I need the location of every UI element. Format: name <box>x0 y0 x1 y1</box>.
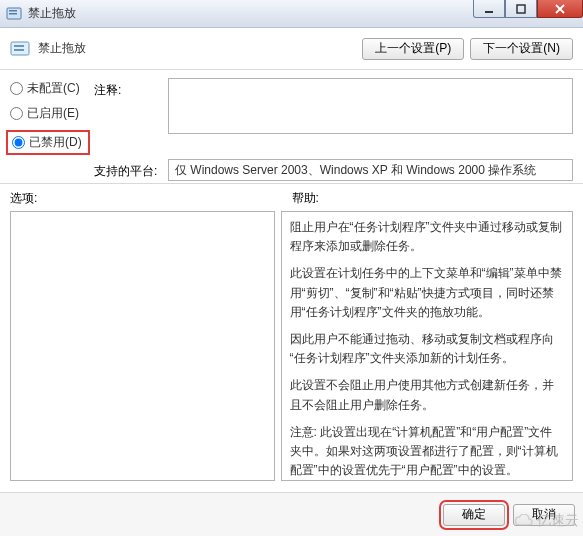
options-label: 选项: <box>10 190 292 207</box>
next-setting-button[interactable]: 下一个设置(N) <box>470 38 573 60</box>
page-title: 禁止拖放 <box>38 40 86 57</box>
minimize-button[interactable] <box>473 0 505 18</box>
help-paragraph: 此设置在计划任务中的上下文菜单和“编辑”菜单中禁用“剪切”、“复制”和“粘贴”快… <box>290 264 564 322</box>
maximize-button[interactable] <box>505 0 537 18</box>
comment-textarea[interactable] <box>168 78 573 134</box>
cancel-button[interactable]: 取消 <box>513 504 575 526</box>
state-radio-group: 未配置(C) 已启用(E) 已禁用(D) <box>10 78 90 155</box>
window-buttons <box>473 0 583 18</box>
radio-not-configured-label: 未配置(C) <box>27 80 80 97</box>
previous-setting-button[interactable]: 上一个设置(P) <box>362 38 464 60</box>
content-boxes: 阻止用户在“任务计划程序”文件夹中通过移动或复制程序来添加或删除任务。 此设置在… <box>0 211 583 481</box>
radio-disabled-label: 已禁用(D) <box>29 134 82 151</box>
supported-platform-text: 仅 Windows Server 2003、Windows XP 和 Windo… <box>175 162 536 179</box>
radio-enabled-label: 已启用(E) <box>27 105 79 122</box>
options-box[interactable] <box>10 211 275 481</box>
svg-rect-3 <box>485 11 493 13</box>
supported-platform-value: 仅 Windows Server 2003、Windows XP 和 Windo… <box>168 159 573 181</box>
window-title: 禁止拖放 <box>28 5 76 22</box>
policy-icon <box>10 39 30 59</box>
section-labels: 选项: 帮助: <box>0 184 583 211</box>
header-row: 禁止拖放 上一个设置(P) 下一个设置(N) <box>0 28 583 70</box>
svg-rect-5 <box>11 42 29 55</box>
config-area: 未配置(C) 已启用(E) 已禁用(D) 注释: 支持的平台: 仅 Window… <box>0 70 583 184</box>
help-paragraph: 阻止用户在“任务计划程序”文件夹中通过移动或复制程序来添加或删除任务。 <box>290 218 564 256</box>
help-box[interactable]: 阻止用户在“任务计划程序”文件夹中通过移动或复制程序来添加或删除任务。 此设置在… <box>281 211 573 481</box>
comment-label: 注释: <box>94 78 164 99</box>
radio-not-configured-input[interactable] <box>10 82 23 95</box>
svg-rect-2 <box>9 13 17 15</box>
close-button[interactable] <box>537 0 583 18</box>
titlebar: 禁止拖放 <box>0 0 583 28</box>
radio-disabled-input[interactable] <box>12 136 25 149</box>
radio-enabled-input[interactable] <box>10 107 23 120</box>
svg-rect-6 <box>14 45 24 47</box>
svg-rect-7 <box>14 49 24 51</box>
radio-enabled[interactable]: 已启用(E) <box>10 105 90 122</box>
svg-rect-4 <box>517 5 525 13</box>
footer: 确定 取消 <box>0 492 583 536</box>
radio-not-configured[interactable]: 未配置(C) <box>10 80 90 97</box>
svg-rect-1 <box>9 10 17 12</box>
help-paragraph: 注意: 此设置出现在“计算机配置”和“用户配置”文件夹中。如果对这两项设置都进行… <box>290 423 564 481</box>
help-label: 帮助: <box>292 190 574 207</box>
help-paragraph: 因此用户不能通过拖动、移动或复制文档或程序向“任务计划程序”文件夹添加新的计划任… <box>290 330 564 368</box>
radio-disabled[interactable]: 已禁用(D) <box>6 130 90 155</box>
supported-platform-label: 支持的平台: <box>94 159 164 180</box>
ok-button[interactable]: 确定 <box>443 504 505 526</box>
help-paragraph: 此设置不会阻止用户使用其他方式创建新任务，并且不会阻止用户删除任务。 <box>290 376 564 414</box>
policy-icon <box>6 6 22 22</box>
